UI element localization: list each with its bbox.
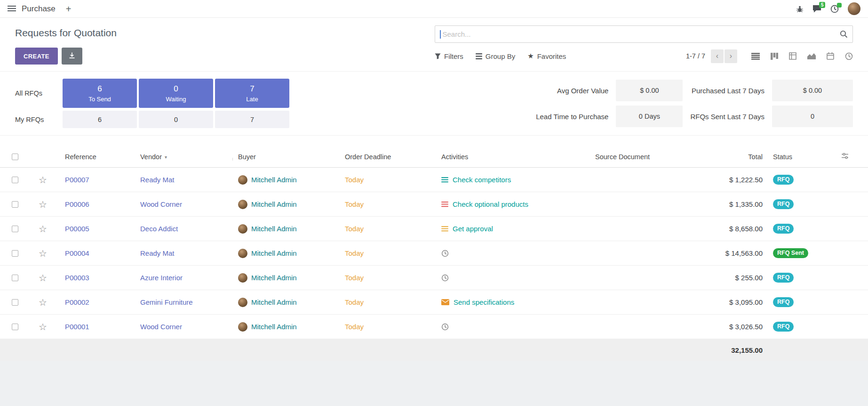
column-header-buyer[interactable]: Buyer — [233, 153, 341, 161]
reference-link[interactable]: P00005 — [56, 225, 136, 233]
search-options: Filters Group By ★ Favorites — [435, 52, 566, 60]
download-icon — [68, 52, 76, 61]
favorites-button[interactable]: ★ Favorites — [527, 52, 566, 60]
search-input[interactable] — [442, 30, 840, 39]
vendor-link[interactable]: Deco Addict — [136, 225, 233, 233]
favorite-star-icon[interactable]: ☆ — [30, 199, 56, 210]
card-to-send[interactable]: 6 To Send — [63, 79, 137, 108]
table-row[interactable]: ☆ P00004 Ready Mat Mitchell Admin Today … — [0, 241, 868, 266]
favorite-star-icon[interactable]: ☆ — [30, 174, 56, 186]
reference-link[interactable]: P00006 — [56, 200, 136, 208]
row-checkbox[interactable] — [12, 299, 18, 306]
table-row[interactable]: ☆ P00002 Gemini Furniture Mitchell Admin… — [0, 290, 868, 315]
order-deadline: Today — [341, 249, 438, 257]
activity-cell[interactable]: Get approval — [438, 225, 581, 233]
messages-icon[interactable]: 5 — [812, 5, 821, 13]
reference-link[interactable]: P00003 — [56, 274, 136, 282]
export-button[interactable] — [62, 48, 82, 65]
activity-cell[interactable]: Send specifications — [438, 298, 581, 306]
pivot-view-icon[interactable] — [789, 52, 796, 60]
apps-menu-icon[interactable] — [8, 6, 16, 12]
buyer-cell[interactable]: Mitchell Admin — [233, 249, 341, 258]
my-late[interactable]: 7 — [215, 111, 289, 128]
buyer-cell[interactable]: Mitchell Admin — [233, 322, 341, 332]
buyer-cell[interactable]: Mitchell Admin — [233, 224, 341, 234]
column-header-activities[interactable]: Activities — [438, 153, 581, 161]
select-all-checkbox[interactable] — [12, 154, 18, 160]
row-checkbox[interactable] — [12, 201, 18, 208]
my-waiting[interactable]: 0 — [139, 111, 213, 128]
calendar-view-icon[interactable] — [827, 52, 834, 60]
column-header-status[interactable]: Status — [769, 153, 833, 161]
reference-link[interactable]: P00001 — [56, 323, 136, 331]
activity-cell[interactable] — [438, 274, 581, 282]
vendor-link[interactable]: Ready Mat — [136, 176, 233, 184]
row-checkbox[interactable] — [12, 275, 18, 281]
status-badge: RFQ Sent — [773, 248, 808, 258]
favorite-star-icon[interactable]: ☆ — [30, 297, 56, 308]
optional-columns-icon[interactable] — [841, 152, 849, 161]
row-checkbox[interactable] — [12, 324, 18, 330]
table-row[interactable]: ☆ P00001 Wood Corner Mitchell Admin Toda… — [0, 315, 868, 339]
activity-label: Check optional products — [453, 200, 528, 208]
favorite-star-icon[interactable]: ☆ — [30, 248, 56, 259]
activity-cell[interactable] — [438, 250, 581, 257]
buyer-cell[interactable]: Mitchell Admin — [233, 298, 341, 307]
buyer-cell[interactable]: Mitchell Admin — [233, 200, 341, 209]
favorite-star-icon[interactable]: ☆ — [30, 321, 56, 333]
vendor-link[interactable]: Gemini Furniture — [136, 298, 233, 306]
search-icon[interactable] — [840, 30, 848, 38]
vendor-link[interactable]: Wood Corner — [136, 200, 233, 208]
reference-link[interactable]: P00002 — [56, 298, 136, 306]
buyer-avatar — [238, 298, 247, 307]
list-view-icon[interactable] — [751, 53, 760, 60]
status-badge: RFQ — [773, 199, 794, 209]
pager-next-icon[interactable]: › — [725, 49, 737, 63]
buyer-cell[interactable]: Mitchell Admin — [233, 273, 341, 283]
reference-link[interactable]: P00007 — [56, 176, 136, 184]
table-row[interactable]: ☆ P00006 Wood Corner Mitchell Admin Toda… — [0, 192, 868, 217]
kanban-view-icon[interactable] — [771, 53, 778, 60]
vendor-link[interactable]: Azure Interior — [136, 274, 233, 282]
create-button[interactable]: CREATE — [15, 48, 58, 65]
purchase-dashboard: All RFQs 6 To Send 0 Waiting 7 Late My R… — [0, 72, 868, 136]
card-waiting[interactable]: 0 Waiting — [139, 79, 213, 108]
bug-icon[interactable] — [796, 5, 804, 13]
order-deadline: Today — [341, 200, 438, 208]
reference-link[interactable]: P00004 — [56, 249, 136, 257]
table-row[interactable]: ☆ P00005 Deco Addict Mitchell Admin Toda… — [0, 217, 868, 241]
column-header-vendor[interactable]: Vendor▾ — [136, 153, 233, 161]
column-header-source[interactable]: Source Document — [581, 153, 720, 161]
search-box[interactable] — [435, 25, 853, 43]
buyer-cell[interactable]: Mitchell Admin — [233, 175, 341, 185]
row-checkbox[interactable] — [12, 177, 18, 183]
activity-cell[interactable] — [438, 323, 581, 331]
table-row[interactable]: ☆ P00007 Ready Mat Mitchell Admin Today … — [0, 168, 868, 192]
plus-icon[interactable]: + — [66, 4, 72, 14]
row-checkbox[interactable] — [12, 226, 18, 232]
activities-clock-icon[interactable] — [830, 5, 839, 13]
dashboard-clock-view-icon[interactable] — [845, 52, 853, 60]
filters-button[interactable]: Filters — [435, 52, 463, 60]
app-name[interactable]: Purchase — [22, 4, 56, 14]
total-amount: $ 1,335.00 — [720, 200, 769, 208]
vendor-link[interactable]: Ready Mat — [136, 249, 233, 257]
table-row[interactable]: ☆ P00003 Azure Interior Mitchell Admin T… — [0, 266, 868, 290]
group-by-button[interactable]: Group By — [476, 52, 515, 60]
activity-cell[interactable]: Check optional products — [438, 200, 581, 208]
column-header-reference[interactable]: Reference — [56, 153, 136, 161]
user-avatar[interactable] — [848, 2, 860, 15]
column-header-total[interactable]: Total — [720, 153, 769, 161]
favorite-star-icon[interactable]: ☆ — [30, 272, 56, 284]
my-to-send[interactable]: 6 — [63, 111, 137, 128]
buyer-name: Mitchell Admin — [251, 200, 297, 208]
pager-previous-icon[interactable]: ‹ — [711, 49, 724, 63]
footer-total: 32,155.00 — [720, 346, 769, 354]
column-header-deadline[interactable]: Order Deadline — [341, 153, 438, 161]
favorite-star-icon[interactable]: ☆ — [30, 223, 56, 235]
activity-cell[interactable]: Check competitors — [438, 176, 581, 184]
row-checkbox[interactable] — [12, 250, 18, 257]
graph-view-icon[interactable] — [807, 53, 816, 59]
vendor-link[interactable]: Wood Corner — [136, 323, 233, 331]
card-late[interactable]: 7 Late — [215, 79, 289, 108]
